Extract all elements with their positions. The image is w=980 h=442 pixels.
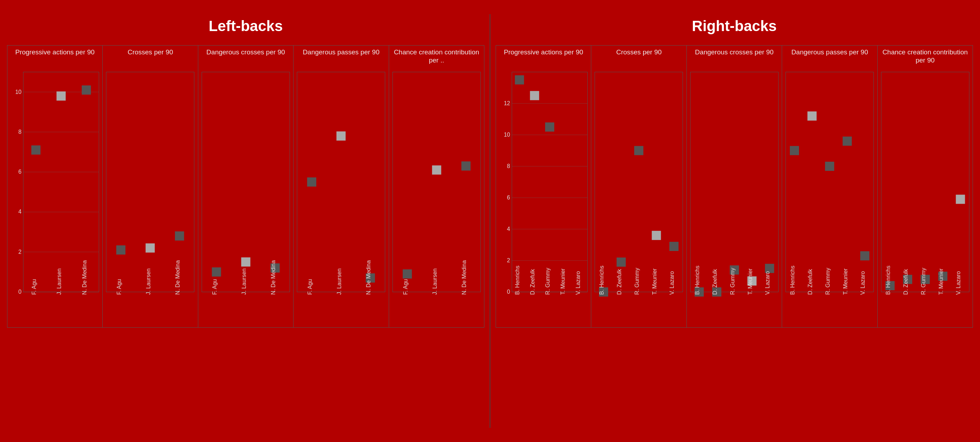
svg-rect-70 [595, 72, 682, 292]
svg-text:N. De Medina: N. De Medina [81, 260, 88, 295]
svg-rect-96 [843, 137, 852, 146]
chart-svg-rb-chance: B. HenrichsD. ZeefulkR. GummyT. MeunierV… [878, 69, 973, 327]
svg-rect-14 [56, 91, 65, 101]
svg-text:B. Henrichs: B. Henrichs [885, 265, 891, 295]
svg-rect-41 [402, 270, 412, 279]
svg-text:0: 0 [507, 289, 510, 295]
chart-svg-rb-crosses: B. HenrichsD. ZeefulkR. GummyT. MeunierV… [591, 69, 686, 327]
svg-text:R. Gummy: R. Gummy [545, 268, 550, 295]
chart-title-rb-crosses: Crosses per 90 [591, 46, 686, 69]
svg-text:6: 6 [18, 169, 22, 175]
svg-text:N. De Medina: N. De Medina [461, 260, 467, 295]
chart-svg-lb-dang-passes: F. AguJ. LaursenN. De Medina [294, 69, 388, 327]
svg-text:B. Henrichs: B. Henrichs [599, 265, 605, 295]
svg-text:0: 0 [18, 289, 22, 295]
svg-text:R. Gummy: R. Gummy [634, 268, 640, 295]
svg-text:V. Lazaro: V. Lazaro [764, 271, 770, 295]
left-backs-title: Left-backs [208, 18, 283, 35]
chart-panel-lb-chance: Chance creation contribution per ..F. Ag… [389, 46, 484, 327]
chart-panel-rb-chance: Chance creation contribution per 90B. He… [878, 46, 973, 327]
chart-svg-rb-prog: 024681012B. HenrichsD. ZeefulkR. GummyT.… [496, 69, 591, 327]
svg-rect-95 [825, 162, 834, 171]
chart-panel-rb-dang-crosses: Dangerous crosses per 90B. HenrichsD. Ze… [687, 46, 782, 327]
svg-text:V. Lazaro: V. Lazaro [669, 271, 675, 295]
chart-title-lb-chance: Chance creation contribution per .. [389, 46, 484, 69]
svg-text:J. Laursen: J. Laursen [241, 268, 247, 295]
svg-rect-13 [32, 145, 41, 155]
svg-text:F. Agu: F. Agu [307, 279, 313, 295]
chart-title-lb-crosses: Crosses per 90 [103, 46, 197, 69]
svg-text:B. Henrichs: B. Henrichs [789, 265, 795, 295]
svg-rect-97 [861, 251, 870, 260]
chart-svg-lb-prog: 0246810F. AguJ. LaursenN. De Medina [7, 69, 102, 327]
svg-text:8: 8 [507, 163, 510, 169]
svg-text:T. Meunier: T. Meunier [747, 268, 753, 295]
svg-text:F. Agu: F. Agu [211, 279, 217, 295]
chart-panel-lb-dang-passes: Dangerous passes per 90F. AguJ. LaursenN… [294, 46, 389, 327]
svg-rect-34 [307, 177, 317, 187]
svg-rect-22 [175, 231, 184, 241]
svg-text:T. Meunier: T. Meunier [652, 268, 657, 295]
svg-rect-74 [652, 231, 661, 240]
chart-svg-lb-chance: F. AguJ. LaursenN. De Medina [389, 69, 484, 327]
chart-title-lb-dang-passes: Dangerous passes per 90 [294, 46, 388, 69]
svg-rect-103 [881, 72, 969, 292]
svg-text:D. Zeefulk: D. Zeefulk [530, 269, 536, 295]
chart-panel-lb-crosses: Crosses per 90F. AguJ. LaursenN. De Medi… [103, 46, 198, 327]
svg-rect-19 [106, 72, 194, 292]
svg-rect-43 [461, 161, 470, 171]
svg-rect-75 [670, 242, 679, 251]
chart-panel-rb-crosses: Crosses per 90B. HenrichsD. ZeefulkR. Gu… [591, 46, 686, 327]
svg-text:F. Agu: F. Agu [31, 279, 37, 295]
svg-rect-42 [432, 166, 441, 175]
chart-panel-lb-dang-crosses: Dangerous crosses per 90F. AguJ. Laursen… [198, 46, 294, 327]
main-container: Left-backs Progressive actions per 90024… [0, 0, 980, 442]
svg-text:N. De Medina: N. De Medina [175, 260, 181, 295]
svg-rect-28 [241, 257, 250, 266]
svg-text:D. Zeefulk: D. Zeefulk [807, 269, 813, 295]
svg-rect-27 [212, 267, 221, 276]
svg-rect-94 [808, 112, 817, 121]
right-backs-section: Right-backs Progressive actions per 9002… [496, 14, 973, 428]
chart-title-rb-dang-passes: Dangerous passes per 90 [782, 46, 877, 69]
svg-rect-12 [23, 72, 99, 292]
svg-rect-93 [790, 146, 799, 155]
svg-text:D. Zeefulk: D. Zeefulk [616, 269, 622, 295]
svg-text:F. Agu: F. Agu [402, 279, 408, 295]
chart-svg-rb-dang-passes: B. HenrichsD. ZeefulkR. GummyT. MeunierV… [782, 69, 877, 327]
svg-text:2: 2 [18, 249, 22, 255]
chart-title-rb-prog: Progressive actions per 90 [496, 46, 591, 69]
svg-text:4: 4 [507, 226, 510, 232]
svg-text:J. Laursen: J. Laursen [431, 268, 438, 295]
svg-text:D. Zeefulk: D. Zeefulk [712, 269, 718, 295]
right-backs-charts: Progressive actions per 90024681012B. He… [496, 45, 973, 328]
svg-text:J. Laursen: J. Laursen [336, 268, 342, 295]
chart-panel-rb-prog: Progressive actions per 90024681012B. He… [496, 46, 591, 327]
svg-rect-15 [82, 85, 91, 95]
svg-rect-21 [146, 243, 155, 252]
chart-svg-lb-crosses: F. AguJ. LaursenN. De Medina [103, 69, 197, 327]
svg-rect-73 [634, 146, 643, 155]
svg-text:N. De Medina: N. De Medina [270, 260, 276, 295]
svg-text:N. De Medina: N. De Medina [366, 260, 371, 295]
svg-rect-35 [337, 131, 346, 140]
svg-text:V. Lazaro: V. Lazaro [575, 271, 581, 295]
svg-rect-63 [530, 91, 539, 100]
svg-text:4: 4 [18, 209, 22, 215]
chart-svg-lb-dang-crosses: F. AguJ. LaursenN. De Medina [198, 69, 293, 327]
svg-text:8: 8 [18, 129, 22, 135]
svg-rect-108 [956, 195, 965, 204]
svg-text:2: 2 [507, 257, 510, 263]
svg-text:T. Meunier: T. Meunier [560, 268, 566, 295]
chart-title-rb-dang-crosses: Dangerous crosses per 90 [687, 46, 782, 69]
svg-text:R. Gummy: R. Gummy [920, 268, 926, 295]
svg-rect-72 [617, 257, 626, 266]
svg-rect-62 [515, 75, 524, 85]
right-backs-title: Right-backs [692, 18, 776, 35]
svg-rect-20 [116, 245, 126, 255]
svg-text:6: 6 [507, 195, 510, 201]
svg-rect-64 [545, 123, 554, 132]
chart-title-lb-dang-crosses: Dangerous crosses per 90 [198, 46, 293, 69]
svg-text:D. Zeefulk: D. Zeefulk [902, 269, 908, 295]
svg-text:J. Laursen: J. Laursen [145, 268, 151, 295]
